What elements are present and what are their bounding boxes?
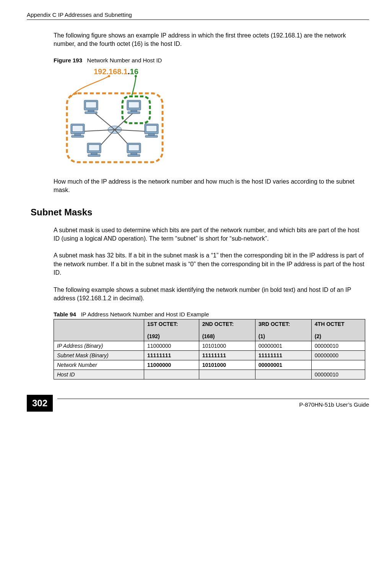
svg-rect-31 <box>88 155 100 156</box>
svg-rect-19 <box>128 112 140 114</box>
footer-guide-title: P-870HN-51b User’s Guide <box>57 399 369 408</box>
figure-label: Figure 193 <box>54 57 82 64</box>
header-left: Appendix C IP Addresses and Subnetting <box>27 11 132 18</box>
running-header: Appendix C IP Addresses and Subnetting <box>27 11 369 20</box>
table-row: Network Number 11000000 10101000 0000000… <box>54 360 365 370</box>
svg-point-1 <box>108 75 110 77</box>
section-paragraph-1: A subnet mask is used to determine which… <box>54 226 365 243</box>
svg-rect-23 <box>72 135 84 137</box>
row-label: IP Address (Binary) <box>54 341 144 351</box>
table-row: IP Address (Binary) 11000000 10101000 00… <box>54 341 365 351</box>
figure-network-host-id: 192.168.1.16 <box>57 67 369 168</box>
after-figure-paragraph: How much of the IP address is the networ… <box>54 178 365 195</box>
svg-rect-29 <box>89 145 99 151</box>
figure-caption: Figure 193 Network Number and Host ID <box>54 57 365 64</box>
table-row: Host ID 00000010 <box>54 370 365 379</box>
ip-address-table: 1ST OCTET: (192) 2ND OCTET: (168) 3RD OC… <box>54 319 365 379</box>
table-title: IP Address Network Number and Host ID Ex… <box>81 311 209 318</box>
svg-rect-35 <box>128 155 140 156</box>
table-caption: Table 94 IP Address Network Number and H… <box>54 311 365 318</box>
row-label: Host ID <box>54 370 144 379</box>
th-octet-4: 4TH OCTET (2) <box>311 319 365 341</box>
svg-rect-17 <box>128 102 139 108</box>
th-octet-1: 1ST OCTET: (192) <box>144 319 199 341</box>
page-footer: 302 P-870HN-51b User’s Guide <box>27 395 369 412</box>
section-paragraph-2: A subnet mask has 32 bits. If a bit in t… <box>54 251 365 277</box>
th-octet-2: 2ND OCTET: (168) <box>199 319 255 341</box>
row-label: Subnet Mask (Binary) <box>54 351 144 360</box>
table-label: Table 94 <box>54 311 76 318</box>
svg-rect-27 <box>145 135 158 137</box>
svg-rect-13 <box>86 102 96 108</box>
network-diagram-svg: 192.168.1.16 <box>57 67 172 166</box>
svg-rect-26 <box>148 134 155 135</box>
intro-paragraph: The following figure shows an example IP… <box>54 31 365 49</box>
svg-rect-21 <box>72 125 83 132</box>
row-label: Network Number <box>54 360 144 370</box>
svg-rect-25 <box>146 125 157 132</box>
svg-rect-30 <box>91 153 97 155</box>
section-paragraph-3: The following example shows a subnet mas… <box>54 286 365 303</box>
svg-rect-14 <box>88 110 94 112</box>
svg-rect-15 <box>85 112 97 114</box>
svg-point-2 <box>135 75 137 77</box>
svg-rect-34 <box>131 153 137 155</box>
figure-title: Network Number and Host ID <box>87 57 162 64</box>
section-heading-subnet-masks: Subnet Masks <box>31 207 369 218</box>
page-number: 302 <box>27 395 53 412</box>
svg-text:192.168.1.16: 192.168.1.16 <box>94 67 138 76</box>
table-row: Subnet Mask (Binary) 11111111 11111111 1… <box>54 351 365 360</box>
svg-rect-33 <box>128 145 139 151</box>
svg-rect-18 <box>131 110 137 112</box>
th-octet-3: 3RD OCTET: (1) <box>255 319 311 341</box>
th-empty <box>54 319 144 341</box>
svg-rect-22 <box>75 134 81 135</box>
